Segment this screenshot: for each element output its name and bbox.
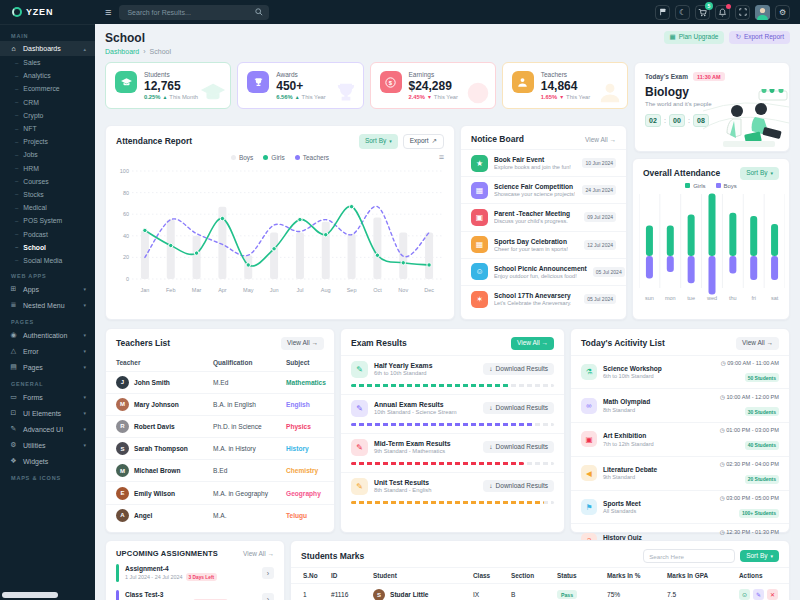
legend-item-girls[interactable]: Girls <box>263 154 284 161</box>
teacher-row-angel[interactable]: AAngelM.A.Telugu <box>106 504 334 526</box>
sidebar-item-jobs[interactable]: –Jobs <box>0 148 95 161</box>
chevron-right-icon[interactable]: › <box>262 567 274 579</box>
assignments-view-all-link[interactable]: View All → <box>243 550 274 557</box>
chart-menu-icon[interactable]: ≡ <box>439 152 444 162</box>
stat-label: Teachers <box>541 71 591 78</box>
sidebar-item-analytics[interactable]: –Analytics <box>0 69 95 82</box>
download-results-button[interactable]: ↓Download Results <box>483 402 554 415</box>
search-icon[interactable] <box>255 8 263 16</box>
sidebar-item-crm[interactable]: –CRM <box>0 96 95 109</box>
teachers-view-all-button[interactable]: View All → <box>281 337 324 350</box>
assignment-class-test-3[interactable]: Class Test-314 Aug 2024 - 30 Aug 202416 … <box>106 586 284 600</box>
teacher-row-sarah-thompson[interactable]: SSarah ThompsonM.A. in HistoryHistory <box>106 437 334 459</box>
user-avatar[interactable] <box>755 5 770 20</box>
app-logo[interactable]: YZEN <box>0 0 95 25</box>
attendance-export-button[interactable]: Export↗ <box>403 134 444 149</box>
legend-item-girls[interactable]: Girls <box>685 183 705 189</box>
pencil-icon: ✎ <box>351 361 368 378</box>
teacher-row-michael-brown[interactable]: MMichael BrownB.EdChemistry <box>106 459 334 481</box>
legend-item-boys[interactable]: Boys <box>231 154 253 161</box>
teacher-row-emily-wilson[interactable]: EEmily WilsonM.A. in GeographyGeography <box>106 481 334 503</box>
chevron-right-icon[interactable]: › <box>262 593 274 600</box>
notice-view-all-link[interactable]: View All → <box>585 136 616 143</box>
notice-item-science-fair-competition[interactable]: ▦Science Fair CompetitionShowcase your s… <box>461 176 626 203</box>
sidebar-item-sales[interactable]: –Sales <box>0 56 95 69</box>
view-icon[interactable]: ⊙ <box>739 589 750 600</box>
activity-literature-debate[interactable]: ◀Literature Debate9th Standard◷ 02:30 PM… <box>571 456 789 490</box>
delete-icon[interactable]: ✕ <box>767 589 778 600</box>
dash-icon: – <box>15 99 18 105</box>
sidebar-item-widgets[interactable]: ❖Widgets <box>0 453 95 469</box>
notice-item-book-fair-event[interactable]: ★Book Fair EventExplore books and join t… <box>461 149 626 176</box>
download-results-button[interactable]: ↓Download Results <box>483 441 554 454</box>
students-count-badge: 50 Students <box>745 373 779 382</box>
search-input[interactable] <box>125 8 243 17</box>
dash-icon: – <box>15 165 18 171</box>
sidebar-item-authentication[interactable]: ◉Authentication▾ <box>0 327 95 343</box>
activity-view-all-button[interactable]: View All → <box>736 337 779 350</box>
sidebar-item-dashboards[interactable]: ⌂Dashboards▴ <box>0 41 95 56</box>
marks-sort-button[interactable]: Sort By▾ <box>740 550 779 563</box>
teacher-row-mary-johnson[interactable]: MMary JohnsonB.A. in EnglishEnglish <box>106 393 334 415</box>
language-flag-icon[interactable] <box>655 5 670 20</box>
dash-icon: – <box>15 257 18 263</box>
edit-icon[interactable]: ✎ <box>753 589 764 600</box>
sidebar-item-medical[interactable]: –Medical <box>0 201 95 214</box>
menu-toggle-icon[interactable]: ≡ <box>105 7 111 18</box>
notice-item-school-17th-anevarsery[interactable]: ✶School 17Th AnevarseryLet's Celebrate t… <box>461 285 626 312</box>
breadcrumb-dashboard[interactable]: Dashboard <box>105 48 139 55</box>
download-results-button[interactable]: ↓Download Results <box>483 480 554 493</box>
notifications-bell-icon[interactable] <box>715 5 730 20</box>
cart-icon[interactable]: 5 <box>695 5 710 20</box>
exam-results-view-all-button[interactable]: View All → <box>511 337 554 350</box>
graduation-cap-icon <box>200 80 226 106</box>
export-report-button[interactable]: ↻Export Report <box>729 31 790 44</box>
activity-art-exhibition[interactable]: ▣Art Exhibition7th to 12th Standard◷ 01:… <box>571 422 789 456</box>
fullscreen-icon[interactable] <box>735 5 750 20</box>
notice-item-sports-day-celebration[interactable]: ▦Sports Day CelebrationCheer for your te… <box>461 231 626 258</box>
legend-item-boys[interactable]: Boys <box>716 183 737 189</box>
sidebar-item-hrm[interactable]: –HRM <box>0 162 95 175</box>
sidebar-item-nested-menu[interactable]: ≣Nested Menu▾ <box>0 297 95 313</box>
sidebar-item-apps[interactable]: ⊞Apps▾ <box>0 281 95 297</box>
activity-math-olympiad[interactable]: ∞Math Olympiad8th Standard◷ 10:00 AM - 1… <box>571 388 789 422</box>
activity-science-workshop[interactable]: ⚗Science Workshop6th to 10th Standard◷ 0… <box>571 355 789 389</box>
sidebar-item-social-media[interactable]: –Social Media <box>0 254 95 267</box>
legend-item-teachers[interactable]: Teachers <box>295 154 329 161</box>
sidebar-item-pages[interactable]: ▤Pages▾ <box>0 359 95 375</box>
horizontal-scrollbar[interactable] <box>2 592 58 598</box>
download-results-button[interactable]: ↓Download Results <box>483 363 554 376</box>
page-header: School Dashboard › School ▦Plan Upgrade … <box>105 31 790 55</box>
sidebar-item-forms[interactable]: ▭Forms▾ <box>0 389 95 405</box>
sidebar-item-podcast[interactable]: –Podcast <box>0 227 95 240</box>
assignment-assignment-4[interactable]: Assignment-41 Jul 2024 - 24 Jul 20243 Da… <box>106 560 284 586</box>
sidebar-item-stocks[interactable]: –Stocks <box>0 188 95 201</box>
trophy-icon <box>333 80 359 106</box>
sidebar-nav: MAIN⌂Dashboards▴–Sales–Analytics–Ecommer… <box>0 25 95 485</box>
overall-sort-button[interactable]: Sort By▾ <box>740 167 779 180</box>
students-search-input[interactable] <box>643 549 735 563</box>
dark-mode-icon[interactable]: ☾ <box>675 5 690 20</box>
notice-item-parent-teacher-meeting[interactable]: ▣Parent -Teacher MeetingDiscuss your chi… <box>461 203 626 230</box>
sidebar-item-error[interactable]: △Error▾ <box>0 343 95 359</box>
sidebar-item-crypto[interactable]: –Crypto <box>0 109 95 122</box>
activity-sports-meet[interactable]: ⚑Sports MeetAll Standards◷ 03:00 PM - 05… <box>571 490 789 524</box>
sidebar-item-ui-elements[interactable]: ⊡UI Elements▾ <box>0 405 95 421</box>
download-icon: ↓ <box>489 444 492 451</box>
sidebar-item-pos-system[interactable]: –POS System <box>0 214 95 227</box>
notice-item-school-picnic-announcement[interactable]: ☺School Picnic AnnouncementEnjoy outdoor… <box>461 258 626 285</box>
teacher-row-john-smith[interactable]: JJohn SmithM.EdMathematics <box>106 371 334 393</box>
sidebar-item-school[interactable]: –School <box>0 241 95 254</box>
settings-gear-icon[interactable]: ⚙ <box>775 5 790 20</box>
teacher-row-robert-davis[interactable]: RRobert DavisPh.D. in SciencePhysics <box>106 415 334 437</box>
marks-row[interactable]: 1#1116SStudar LittleIXBPass75%7.5⊙✎✕ <box>291 583 789 600</box>
sidebar-item-ecommerce[interactable]: –Ecommerce <box>0 82 95 95</box>
sidebar-item-nft[interactable]: –NFT <box>0 122 95 135</box>
sidebar-item-courses[interactable]: –Courses <box>0 175 95 188</box>
plan-upgrade-button[interactable]: ▦Plan Upgrade <box>664 31 725 44</box>
sidebar-item-advanced-ui[interactable]: ✎Advanced UI▾ <box>0 421 95 437</box>
attendance-sort-button[interactable]: Sort By▾ <box>359 134 398 149</box>
sidebar-item-utilities[interactable]: ⚙Utilities▾ <box>0 437 95 453</box>
notice-board-card: Notice Board View All → ★Book Fair Event… <box>460 125 627 320</box>
sidebar-item-projects[interactable]: –Projects <box>0 135 95 148</box>
